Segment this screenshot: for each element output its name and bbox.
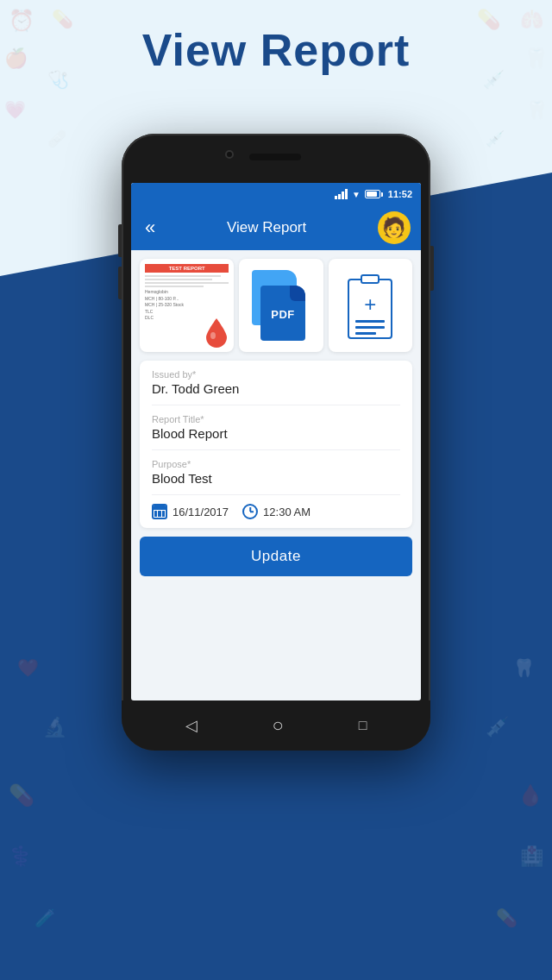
report-title-label: Report Title* xyxy=(152,414,400,424)
wifi-icon: ▼ xyxy=(352,190,361,199)
volume-up-button xyxy=(118,224,122,257)
clipboard-thumbnail[interactable]: + xyxy=(329,259,412,352)
purpose-label: Purpose* xyxy=(152,459,400,469)
date-item: 16/11/2017 xyxy=(152,504,229,519)
status-bar: ▼ 11:52 xyxy=(131,183,421,205)
nav-back-button[interactable]: ◁ xyxy=(179,709,204,742)
update-button[interactable]: Update xyxy=(140,537,412,576)
phone-frame: ▼ 11:52 « View Report 🧑 xyxy=(122,134,430,751)
user-avatar[interactable]: 🧑 xyxy=(378,211,411,244)
test-report-header: TEST REPORT xyxy=(145,264,229,273)
clock-icon xyxy=(242,504,258,519)
battery-icon xyxy=(365,190,383,198)
report-title-value: Blood Report xyxy=(152,426,400,441)
report-icons-row: TEST REPORT HemoglobinMCH | 80-100 P...M… xyxy=(140,259,412,352)
back-button[interactable]: « xyxy=(141,213,155,242)
status-time: 11:52 xyxy=(388,189,412,199)
phone-screen: ▼ 11:52 « View Report 🧑 xyxy=(131,183,421,700)
time-item: 12:30 AM xyxy=(242,504,310,519)
purpose-value: Blood Test xyxy=(152,471,400,486)
issued-by-label: Issued by* xyxy=(152,369,400,380)
form-card: Issued by* Dr. Todd Green Report Title* … xyxy=(140,361,412,528)
test-report-thumbnail[interactable]: TEST REPORT HemoglobinMCH | 80-100 P...M… xyxy=(140,259,234,352)
power-button xyxy=(430,246,434,291)
date-value: 16/11/2017 xyxy=(172,506,229,518)
bottom-nav-bar: ◁ ○ □ xyxy=(122,700,430,751)
top-bar-title: View Report xyxy=(227,219,306,236)
signal-icon xyxy=(335,189,348,199)
content-area: TEST REPORT HemoglobinMCH | 80-100 P...M… xyxy=(131,250,421,700)
pdf-icon: PDF xyxy=(252,270,310,341)
clipboard-icon: + xyxy=(344,272,396,339)
front-camera xyxy=(225,150,234,159)
speaker xyxy=(249,154,301,160)
volume-down-button xyxy=(118,267,122,299)
time-value: 12:30 AM xyxy=(263,506,310,518)
report-title-field: Report Title* Blood Report xyxy=(152,405,400,450)
purpose-field: Purpose* Blood Test xyxy=(152,450,400,495)
pdf-thumbnail[interactable]: PDF xyxy=(239,259,323,352)
datetime-row: 16/11/2017 12:30 AM xyxy=(152,495,400,528)
issued-by-field: Issued by* Dr. Todd Green xyxy=(152,361,400,405)
top-bar: « View Report 🧑 xyxy=(131,205,421,250)
blood-drop-icon xyxy=(204,317,229,348)
svg-point-0 xyxy=(210,332,216,339)
nav-recents-button[interactable]: □ xyxy=(352,711,374,740)
report-lines xyxy=(145,275,229,287)
issued-by-value: Dr. Todd Green xyxy=(152,381,400,396)
nav-home-button[interactable]: ○ xyxy=(266,707,291,744)
page-title: View Report xyxy=(0,24,552,76)
calendar-icon xyxy=(152,504,167,519)
